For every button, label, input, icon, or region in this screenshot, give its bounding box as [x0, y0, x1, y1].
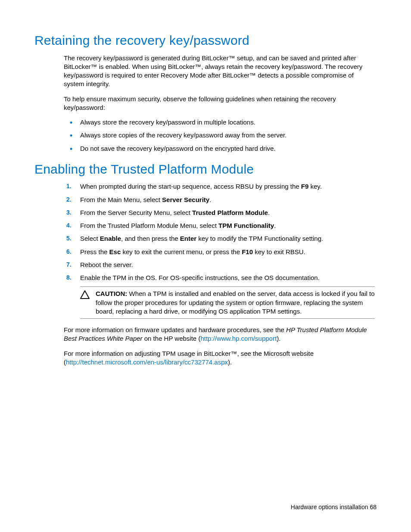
- list-item: Do not save the recovery key/password on…: [64, 144, 375, 153]
- para: For more information on firmware updates…: [64, 326, 375, 343]
- text-bold: Enable: [100, 235, 121, 242]
- page-footer: Hardware options installation 68: [291, 503, 377, 511]
- para: To help ensure maximum security, observe…: [64, 95, 375, 112]
- text: on the HP website (: [143, 335, 201, 342]
- text: Select: [80, 235, 100, 242]
- list-item: From the Trusted Platform Module Menu, s…: [64, 221, 375, 230]
- text-bold: TPM Functionality: [218, 222, 274, 229]
- list-item: From the Main Menu, select Server Securi…: [64, 196, 375, 204]
- text: From the Main Menu, select: [80, 196, 162, 203]
- list-item: Enable the TPM in the OS. For OS-specifi…: [64, 274, 375, 282]
- heading-enabling-tpm: Enabling the Trusted Platform Module: [34, 161, 377, 178]
- svg-marker-0: [81, 291, 89, 299]
- text-bold: F10: [242, 248, 253, 255]
- list-item: Press the Esc key to exit the current me…: [64, 248, 375, 256]
- section1-body: The recovery key/password is generated d…: [64, 54, 375, 153]
- caution-text: CAUTION: When a TPM is installed and ena…: [96, 289, 375, 316]
- list-item: Reboot the server.: [64, 261, 375, 269]
- text-bold: F9: [301, 183, 309, 190]
- text: key to exit the current menu, or press t…: [121, 248, 242, 255]
- text: From the Server Security Menu, select: [80, 209, 192, 216]
- list-item: Always store copies of the recovery key/…: [64, 131, 375, 140]
- text-bold: Server Security: [162, 196, 209, 203]
- text: .: [274, 222, 276, 229]
- text-bold: Trusted Platform Module: [192, 209, 268, 216]
- text: .: [268, 209, 270, 216]
- caution-label: CAUTION:: [96, 290, 127, 297]
- text: key.: [308, 183, 322, 190]
- text: ).: [228, 358, 232, 366]
- section2-body: When prompted during the start-up sequen…: [64, 182, 375, 367]
- text: key to modify the TPM Functionality sett…: [196, 235, 323, 242]
- list-item: Always store the recovery key/password i…: [64, 118, 375, 127]
- text: For more information on firmware updates…: [64, 326, 286, 333]
- text: When prompted during the start-up sequen…: [80, 183, 301, 190]
- text: When a TPM is installed and enabled on t…: [96, 290, 375, 315]
- heading-retaining: Retaining the recovery key/password: [34, 32, 377, 50]
- list-item: Select Enable, and then press the Enter …: [64, 234, 375, 243]
- text-bold: Esc: [109, 248, 121, 255]
- link-hp-support[interactable]: http://www.hp.com/support: [200, 335, 277, 342]
- text: ).: [277, 335, 280, 342]
- text: Press the: [80, 248, 109, 255]
- list-item: When prompted during the start-up sequen…: [64, 182, 375, 191]
- caution-box: CAUTION: When a TPM is installed and ena…: [80, 286, 375, 319]
- list-item: From the Server Security Menu, select Tr…: [64, 208, 375, 217]
- text: key to exit RBSU.: [253, 248, 305, 255]
- para: For more information on adjusting TPM us…: [64, 349, 375, 367]
- text: .: [209, 196, 211, 203]
- ordered-steps: When prompted during the start-up sequen…: [64, 182, 375, 282]
- page: Retaining the recovery key/password The …: [0, 0, 411, 532]
- text: , and then press the: [121, 235, 180, 242]
- para: The recovery key/password is generated d…: [64, 54, 375, 89]
- link-ms-technet[interactable]: http://technet.microsoft.com/en-us/libra…: [66, 358, 228, 366]
- bullet-list: Always store the recovery key/password i…: [64, 118, 375, 153]
- text-bold: Enter: [180, 235, 196, 242]
- text: From the Trusted Platform Module Menu, s…: [80, 222, 218, 229]
- caution-icon: [80, 290, 90, 301]
